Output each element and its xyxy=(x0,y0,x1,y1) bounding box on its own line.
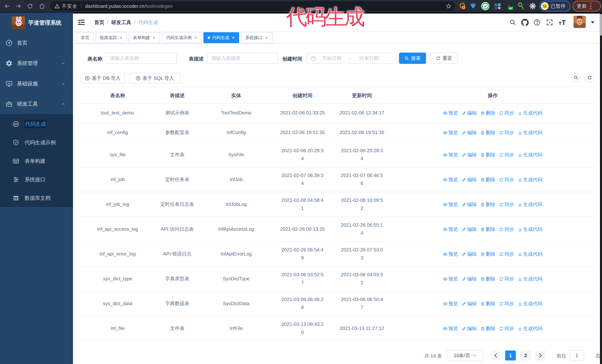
svg-text:on: on xyxy=(509,7,512,10)
